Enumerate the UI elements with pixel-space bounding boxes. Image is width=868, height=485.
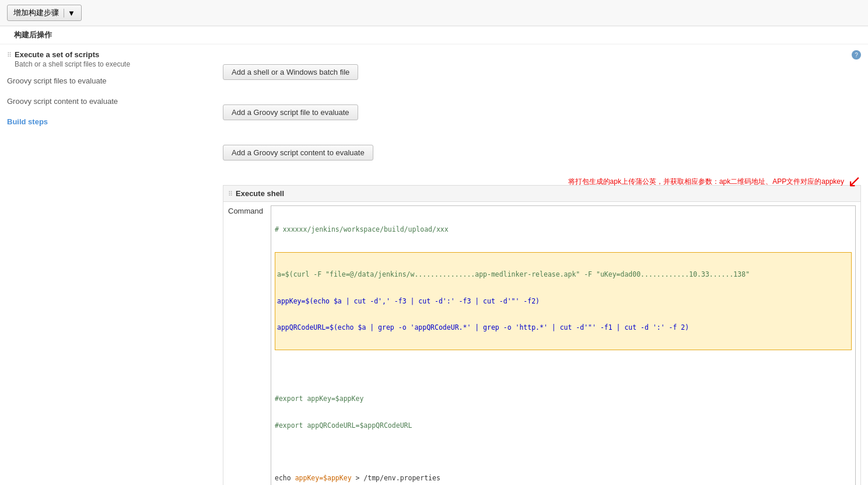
add-groovy-file-row: Add a Groovy script file to evaluate (223, 104, 861, 127)
code-line-2: a=$(curl -F "file=@/data/jenkins/w......… (277, 270, 849, 280)
code-line-4: appQRCodeURL=$(echo $a | grep -o 'appQRC… (277, 323, 849, 333)
execute-shell-title: Execute shell (236, 189, 284, 198)
code-line-blank2 (275, 447, 852, 457)
code-line-5: #export appKey=$appKey (275, 394, 852, 404)
groovy-content-section: Groovy script content to evaluate (7, 97, 209, 106)
add-shell-row: Add a shell or a Windows batch file (223, 64, 861, 87)
build-steps-label: Build steps (7, 117, 209, 126)
code-line-1: # xxxxxx/jenkins/workspace/build/upload/… (275, 225, 852, 235)
execute-shell-section: ⠿ Execute shell Command # xxxxxx/jenkins… (223, 185, 861, 485)
upload-annotation: 将打包生成的apk上传蒲公英，并获取相应参数：apk二维码地址、APP文件对应的… (568, 173, 861, 190)
drag-handle-icon: ⠿ (7, 51, 11, 59)
add-step-button[interactable]: 增加构建步骤 ▼ (7, 5, 82, 21)
arrow-down-icon: ↙ (848, 173, 861, 190)
top-bar: 增加构建步骤 ▼ (0, 0, 868, 26)
code-editor[interactable]: # xxxxxx/jenkins/workspace/build/upload/… (271, 205, 856, 485)
main-content: ⠿ Execute a set of scripts Batch or a sh… (0, 44, 868, 485)
add-step-label: 增加构建步骤 (13, 8, 59, 18)
execute-scripts-title: Execute a set of scripts (15, 50, 130, 59)
execute-scripts-info: Execute a set of scripts Batch or a shel… (15, 50, 130, 68)
command-label: Command (228, 205, 266, 215)
execute-shell-drag-icon: ⠿ (228, 190, 232, 198)
add-groovy-content-row: Add a Groovy script content to evaluate (223, 145, 861, 168)
code-line-blank1 (275, 368, 852, 378)
groovy-content-label: Groovy script content to evaluate (7, 97, 209, 106)
execute-scripts-subsection: ⠿ Execute a set of scripts Batch or a sh… (7, 50, 209, 68)
build-steps-section: Build steps (7, 117, 209, 126)
execute-scripts-subtitle: Batch or a shell script files to execute (15, 60, 130, 68)
add-groovy-content-button[interactable]: Add a Groovy script content to evaluate (223, 145, 373, 160)
left-panel: ⠿ Execute a set of scripts Batch or a sh… (0, 44, 216, 485)
code-highlight-block: a=$(curl -F "file=@/data/jenkins/w......… (275, 252, 852, 350)
groovy-files-label: Groovy script files to evaluate (7, 76, 209, 85)
dropdown-arrow-icon: ▼ (64, 9, 75, 18)
right-panel: ? Add a shell or a Windows batch file Ad… (216, 44, 868, 485)
add-groovy-file-button[interactable]: Add a Groovy script file to evaluate (223, 104, 358, 120)
execute-shell-wrapper: 将打包生成的apk上传蒲公英，并获取相应参数：apk二维码地址、APP文件对应的… (223, 185, 861, 485)
upload-annotation-text: 将打包生成的apk上传蒲公英，并获取相应参数：apk二维码地址、APP文件对应的… (568, 177, 844, 187)
post-build-section: 构建后操作 (0, 26, 868, 44)
code-line-6: #export appQRCodeURL=$appQRCodeURL (275, 421, 852, 431)
post-build-label: 构建后操作 (7, 26, 59, 41)
command-row: Command # xxxxxx/jenkins/workspace/build… (223, 202, 860, 485)
code-line-3: appKey=$(echo $a | cut -d',' -f3 | cut -… (277, 296, 849, 306)
groovy-files-section: Groovy script files to evaluate (7, 76, 209, 85)
help-icon[interactable]: ? (852, 50, 861, 60)
code-line-7: echo appKey=$appKey > /tmp/env.propertie… (275, 473, 852, 483)
add-shell-button[interactable]: Add a shell or a Windows batch file (223, 64, 358, 80)
